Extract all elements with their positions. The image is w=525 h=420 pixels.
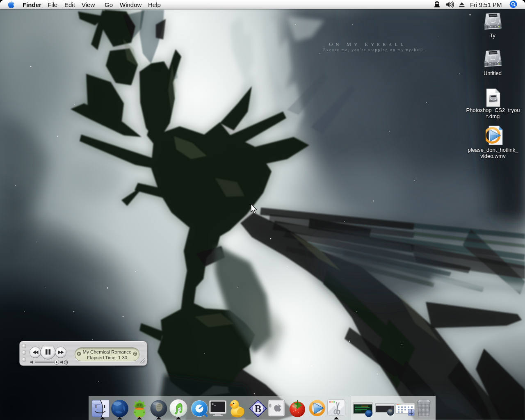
svg-text:>_: >_ (212, 402, 216, 406)
svg-text:Excuse me, you're stepping on: Excuse me, you're stepping on my eyeball… (323, 48, 425, 52)
svg-text:ON MY EYEBALL: ON MY EYEBALL (329, 41, 406, 47)
svg-text:B: B (255, 403, 262, 414)
